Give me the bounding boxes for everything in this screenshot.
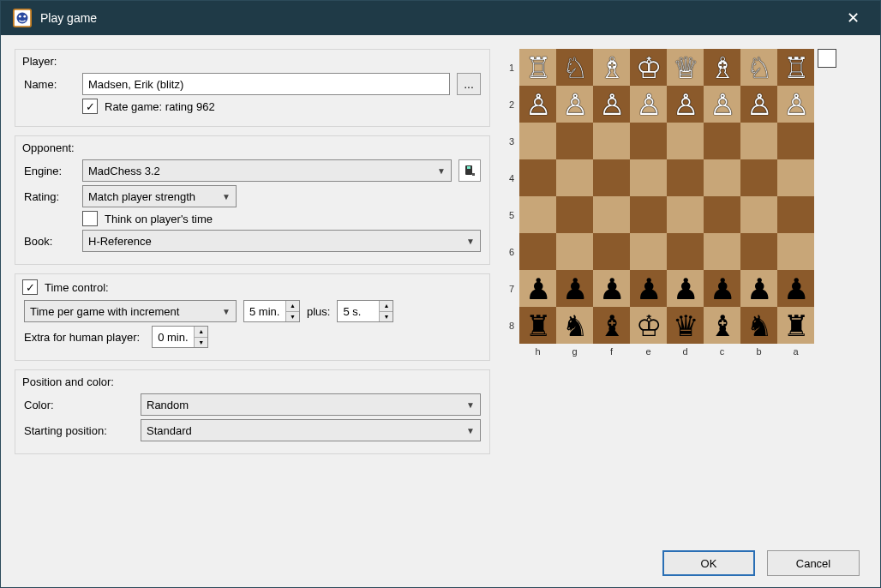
think-time-checkbox[interactable] [82, 211, 98, 226]
board-square[interactable] [667, 159, 704, 196]
chess-piece[interactable]: ♝ [710, 311, 735, 340]
time-per-game-spinner[interactable]: 5 min. ▲▼ [243, 300, 300, 322]
board-square[interactable]: ♟ [556, 270, 593, 307]
board-square[interactable] [740, 159, 777, 196]
spinner-down-icon[interactable]: ▼ [286, 312, 299, 322]
board-square[interactable] [777, 196, 814, 233]
board-square[interactable] [777, 159, 814, 196]
board-square[interactable] [704, 123, 740, 159]
board-square[interactable]: ♘ [740, 49, 777, 86]
chess-piece[interactable]: ♙ [599, 90, 625, 119]
chess-piece[interactable]: ♜ [783, 311, 809, 340]
board-square[interactable]: ♟ [740, 270, 777, 307]
board-square[interactable] [667, 233, 704, 270]
chess-piece[interactable]: ♟ [599, 274, 625, 303]
rating-select[interactable]: Match player strength ▼ [82, 185, 237, 207]
board-square[interactable]: ♜ [519, 307, 556, 344]
chess-piece[interactable]: ♖ [525, 53, 551, 82]
engine-settings-button[interactable] [458, 159, 481, 182]
ok-button[interactable]: OK [662, 550, 755, 576]
chess-piece[interactable]: ♙ [636, 90, 662, 119]
board-square[interactable] [630, 233, 667, 270]
board-square[interactable] [667, 196, 704, 233]
chess-piece[interactable]: ♕ [673, 53, 698, 82]
board-square[interactable] [519, 196, 556, 233]
board-square[interactable]: ♟ [519, 270, 556, 307]
chess-piece[interactable]: ♞ [746, 311, 772, 340]
chess-piece[interactable]: ♜ [525, 311, 551, 340]
spinner-up-icon[interactable]: ▲ [380, 301, 393, 312]
board-square[interactable]: ♖ [519, 49, 556, 86]
board-square[interactable]: ♙ [593, 86, 630, 123]
chess-piece[interactable]: ♙ [562, 90, 588, 119]
chess-piece[interactable]: ♙ [710, 90, 735, 119]
rate-game-checkbox[interactable]: ✓ [82, 99, 98, 114]
board-square[interactable] [519, 159, 556, 196]
book-select[interactable]: H-Reference ▼ [82, 230, 481, 252]
board-square[interactable] [667, 123, 704, 159]
time-control-checkbox[interactable]: ✓ [22, 279, 38, 295]
board-square[interactable] [519, 123, 556, 159]
board-square[interactable]: ♟ [630, 270, 667, 307]
board-square[interactable]: ♞ [740, 307, 777, 344]
board-square[interactable] [630, 159, 667, 196]
board-square[interactable]: ♙ [630, 86, 667, 123]
board-square[interactable]: ♙ [519, 86, 556, 123]
board-square[interactable]: ♜ [777, 307, 814, 344]
board-square[interactable] [556, 196, 593, 233]
chess-piece[interactable]: ♝ [599, 311, 625, 340]
board-square[interactable]: ♙ [667, 86, 704, 123]
chess-piece[interactable]: ♙ [746, 90, 772, 119]
chess-piece[interactable]: ♟ [746, 274, 772, 303]
board-square[interactable]: ♕ [667, 49, 704, 86]
board-square[interactable]: ♞ [556, 307, 593, 344]
spinner-down-icon[interactable]: ▼ [195, 338, 207, 348]
increment-spinner[interactable]: 5 s. ▲▼ [337, 300, 393, 322]
board-square[interactable] [593, 233, 630, 270]
chess-piece[interactable]: ♟ [710, 274, 735, 303]
time-mode-select[interactable]: Time per game with increment ▼ [24, 300, 237, 322]
board-square[interactable] [556, 159, 593, 196]
board-square[interactable]: ♙ [556, 86, 593, 123]
color-select[interactable]: Random ▼ [141, 393, 481, 416]
board-square[interactable] [740, 233, 777, 270]
board-square[interactable]: ♟ [593, 270, 630, 307]
board-square[interactable]: ♖ [777, 49, 814, 86]
name-field[interactable] [82, 73, 450, 95]
browse-player-button[interactable]: ... [457, 73, 481, 95]
board-square[interactable]: ♝ [704, 307, 740, 344]
board-square[interactable]: ♗ [593, 49, 630, 86]
board-square[interactable]: ♘ [556, 49, 593, 86]
chess-piece[interactable]: ♙ [673, 90, 698, 119]
board-square[interactable] [519, 233, 556, 270]
board-square[interactable] [630, 123, 667, 159]
chess-piece[interactable]: ♙ [525, 90, 551, 119]
chess-piece[interactable]: ♖ [783, 53, 809, 82]
cancel-button[interactable]: Cancel [767, 550, 860, 576]
board-square[interactable] [593, 123, 630, 159]
board-square[interactable]: ♔ [630, 49, 667, 86]
chess-piece[interactable]: ♘ [562, 53, 588, 82]
chess-piece[interactable]: ♗ [599, 53, 625, 82]
board-square[interactable]: ♙ [777, 86, 814, 123]
chess-piece[interactable]: ♘ [746, 53, 772, 82]
chess-piece[interactable]: ♔ [636, 311, 662, 340]
chess-piece[interactable]: ♟ [636, 274, 662, 303]
board-square[interactable]: ♟ [704, 270, 740, 307]
extra-time-spinner[interactable]: 0 min. ▲▼ [152, 326, 208, 348]
chess-piece[interactable]: ♙ [783, 90, 809, 119]
board-square[interactable] [740, 123, 777, 159]
board-square[interactable] [593, 196, 630, 233]
board-square[interactable] [704, 196, 740, 233]
board-square[interactable]: ♙ [740, 86, 777, 123]
spinner-up-icon[interactable]: ▲ [286, 301, 299, 312]
board-square[interactable]: ♛ [667, 307, 704, 344]
board-square[interactable] [740, 196, 777, 233]
chess-piece[interactable]: ♛ [673, 311, 698, 340]
chess-piece[interactable]: ♔ [636, 53, 662, 82]
board-square[interactable] [704, 159, 740, 196]
board-square[interactable] [777, 233, 814, 270]
chess-piece[interactable]: ♟ [673, 274, 698, 303]
board-square[interactable] [556, 233, 593, 270]
spinner-up-icon[interactable]: ▲ [195, 327, 207, 338]
